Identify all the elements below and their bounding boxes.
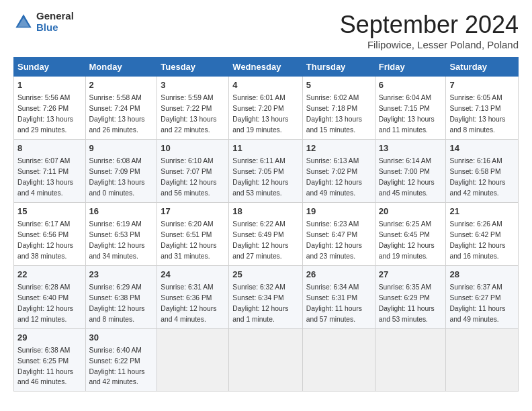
day-cell-3: 3Sunrise: 5:59 AMSunset: 7:22 PMDaylight… xyxy=(157,77,229,140)
day-info: Sunrise: 6:04 AMSunset: 7:15 PMDaylight:… xyxy=(379,94,435,134)
day-info: Sunrise: 6:02 AMSunset: 7:18 PMDaylight:… xyxy=(306,94,362,134)
day-info: Sunrise: 6:13 AMSunset: 7:02 PMDaylight:… xyxy=(306,157,362,197)
day-cell-25: 25Sunrise: 6:32 AMSunset: 6:34 PMDayligh… xyxy=(229,265,302,328)
day-number: 1 xyxy=(17,79,82,91)
page: General Blue September 2024 Filipowice, … xyxy=(0,0,532,405)
day-info: Sunrise: 6:11 AMSunset: 7:05 PMDaylight:… xyxy=(232,157,288,197)
col-sunday: Sunday xyxy=(14,58,86,77)
day-number: 22 xyxy=(17,269,82,281)
col-thursday: Thursday xyxy=(302,58,375,77)
col-tuesday: Tuesday xyxy=(157,58,229,77)
day-cell-23: 23Sunrise: 6:29 AMSunset: 6:38 PMDayligh… xyxy=(85,265,157,328)
day-info: Sunrise: 6:25 AMSunset: 6:45 PMDaylight:… xyxy=(379,220,435,260)
day-cell-8: 8Sunrise: 6:07 AMSunset: 7:11 PMDaylight… xyxy=(14,139,86,202)
day-cell-28: 28Sunrise: 6:37 AMSunset: 6:27 PMDayligh… xyxy=(446,265,519,328)
day-number: 12 xyxy=(306,142,371,154)
empty-cell-4-3 xyxy=(229,328,302,392)
day-cell-6: 6Sunrise: 6:04 AMSunset: 7:15 PMDaylight… xyxy=(375,77,446,140)
day-cell-7: 7Sunrise: 6:05 AMSunset: 7:13 PMDaylight… xyxy=(446,77,519,140)
day-number: 4 xyxy=(232,79,298,91)
day-info: Sunrise: 6:32 AMSunset: 6:34 PMDaylight:… xyxy=(232,283,288,323)
day-info: Sunrise: 5:59 AMSunset: 7:22 PMDaylight:… xyxy=(161,94,216,134)
month-title: September 2024 xyxy=(340,11,519,39)
day-number: 29 xyxy=(17,332,82,344)
day-number: 25 xyxy=(232,269,298,281)
day-cell-4: 4Sunrise: 6:01 AMSunset: 7:20 PMDaylight… xyxy=(229,77,302,140)
day-info: Sunrise: 6:35 AMSunset: 6:29 PMDaylight:… xyxy=(379,283,435,323)
logo-general: General xyxy=(36,11,74,22)
day-cell-17: 17Sunrise: 6:20 AMSunset: 6:51 PMDayligh… xyxy=(157,202,229,265)
day-info: Sunrise: 5:56 AMSunset: 7:26 PMDaylight:… xyxy=(17,94,73,134)
day-number: 3 xyxy=(161,79,225,91)
day-info: Sunrise: 6:29 AMSunset: 6:38 PMDaylight:… xyxy=(89,283,145,323)
day-cell-16: 16Sunrise: 6:19 AMSunset: 6:53 PMDayligh… xyxy=(85,202,157,265)
day-info: Sunrise: 6:08 AMSunset: 7:09 PMDaylight:… xyxy=(89,157,145,197)
week-row-4: 22Sunrise: 6:28 AMSunset: 6:40 PMDayligh… xyxy=(14,265,519,328)
day-number: 2 xyxy=(89,79,154,91)
day-number: 16 xyxy=(89,205,154,218)
day-info: Sunrise: 6:19 AMSunset: 6:53 PMDaylight:… xyxy=(89,220,145,260)
logo: General Blue xyxy=(13,11,74,33)
day-cell-19: 19Sunrise: 6:23 AMSunset: 6:47 PMDayligh… xyxy=(302,202,375,265)
logo-icon xyxy=(13,12,34,32)
day-number: 17 xyxy=(161,205,225,218)
day-info: Sunrise: 6:23 AMSunset: 6:47 PMDaylight:… xyxy=(306,220,362,260)
day-info: Sunrise: 6:20 AMSunset: 6:51 PMDaylight:… xyxy=(161,220,216,260)
day-info: Sunrise: 6:22 AMSunset: 6:49 PMDaylight:… xyxy=(232,220,288,260)
day-number: 30 xyxy=(89,332,154,344)
week-row-3: 15Sunrise: 6:17 AMSunset: 6:56 PMDayligh… xyxy=(14,202,519,265)
day-cell-22: 22Sunrise: 6:28 AMSunset: 6:40 PMDayligh… xyxy=(14,265,86,328)
day-number: 10 xyxy=(161,142,225,154)
day-cell-24: 24Sunrise: 6:31 AMSunset: 6:36 PMDayligh… xyxy=(157,265,229,328)
col-saturday: Saturday xyxy=(446,58,519,77)
day-cell-20: 20Sunrise: 6:25 AMSunset: 6:45 PMDayligh… xyxy=(375,202,446,265)
day-number: 14 xyxy=(449,142,515,154)
empty-cell-4-2 xyxy=(157,328,229,392)
day-info: Sunrise: 6:38 AMSunset: 6:25 PMDaylight:… xyxy=(17,347,73,386)
day-cell-15: 15Sunrise: 6:17 AMSunset: 6:56 PMDayligh… xyxy=(14,202,86,265)
day-number: 21 xyxy=(449,205,515,218)
day-cell-11: 11Sunrise: 6:11 AMSunset: 7:05 PMDayligh… xyxy=(229,139,302,202)
day-cell-5: 5Sunrise: 6:02 AMSunset: 7:18 PMDaylight… xyxy=(302,77,375,140)
col-wednesday: Wednesday xyxy=(229,58,302,77)
day-cell-21: 21Sunrise: 6:26 AMSunset: 6:42 PMDayligh… xyxy=(446,202,519,265)
day-number: 28 xyxy=(449,269,515,281)
day-number: 23 xyxy=(89,269,154,281)
day-cell-27: 27Sunrise: 6:35 AMSunset: 6:29 PMDayligh… xyxy=(375,265,446,328)
day-number: 18 xyxy=(232,205,298,218)
day-info: Sunrise: 6:16 AMSunset: 6:58 PMDaylight:… xyxy=(449,157,505,197)
day-cell-9: 9Sunrise: 6:08 AMSunset: 7:09 PMDaylight… xyxy=(85,139,157,202)
day-info: Sunrise: 6:26 AMSunset: 6:42 PMDaylight:… xyxy=(449,220,505,260)
col-friday: Friday xyxy=(375,58,446,77)
day-number: 19 xyxy=(306,205,371,218)
week-row-2: 8Sunrise: 6:07 AMSunset: 7:11 PMDaylight… xyxy=(14,139,519,202)
calendar-header-row: Sunday Monday Tuesday Wednesday Thursday… xyxy=(14,58,519,77)
title-block: September 2024 Filipowice, Lesser Poland… xyxy=(340,11,519,50)
day-cell-12: 12Sunrise: 6:13 AMSunset: 7:02 PMDayligh… xyxy=(302,139,375,202)
day-info: Sunrise: 6:31 AMSunset: 6:36 PMDaylight:… xyxy=(161,283,216,323)
day-number: 9 xyxy=(89,142,154,154)
day-cell-18: 18Sunrise: 6:22 AMSunset: 6:49 PMDayligh… xyxy=(229,202,302,265)
calendar-table: Sunday Monday Tuesday Wednesday Thursday… xyxy=(13,57,519,392)
day-number: 6 xyxy=(379,79,443,91)
day-cell-30: 30Sunrise: 6:40 AMSunset: 6:22 PMDayligh… xyxy=(85,328,157,392)
day-number: 5 xyxy=(306,79,371,91)
day-cell-26: 26Sunrise: 6:34 AMSunset: 6:31 PMDayligh… xyxy=(302,265,375,328)
day-info: Sunrise: 6:05 AMSunset: 7:13 PMDaylight:… xyxy=(449,94,505,134)
day-number: 7 xyxy=(449,79,515,91)
header: General Blue September 2024 Filipowice, … xyxy=(13,11,519,50)
day-number: 24 xyxy=(161,269,225,281)
day-number: 8 xyxy=(17,142,82,154)
day-info: Sunrise: 6:17 AMSunset: 6:56 PMDaylight:… xyxy=(17,220,73,260)
day-info: Sunrise: 6:28 AMSunset: 6:40 PMDaylight:… xyxy=(17,283,73,323)
day-number: 15 xyxy=(17,205,82,218)
day-info: Sunrise: 6:37 AMSunset: 6:27 PMDaylight:… xyxy=(449,283,505,323)
day-number: 26 xyxy=(306,269,371,281)
day-number: 20 xyxy=(379,205,443,218)
week-row-1: 1Sunrise: 5:56 AMSunset: 7:26 PMDaylight… xyxy=(14,77,519,140)
day-number: 27 xyxy=(379,269,443,281)
day-info: Sunrise: 5:58 AMSunset: 7:24 PMDaylight:… xyxy=(89,94,145,134)
day-info: Sunrise: 6:01 AMSunset: 7:20 PMDaylight:… xyxy=(232,94,288,134)
day-cell-10: 10Sunrise: 6:10 AMSunset: 7:07 PMDayligh… xyxy=(157,139,229,202)
day-info: Sunrise: 6:14 AMSunset: 7:00 PMDaylight:… xyxy=(379,157,435,197)
